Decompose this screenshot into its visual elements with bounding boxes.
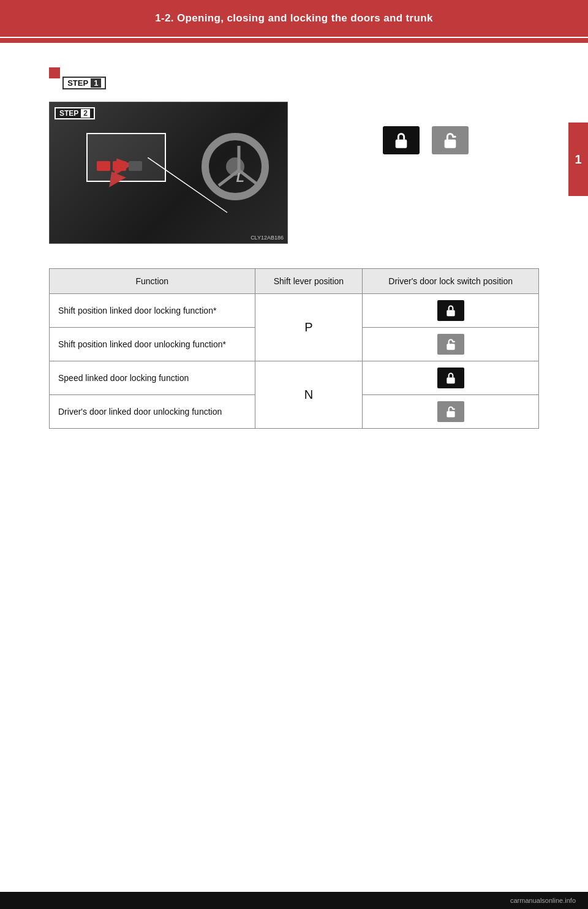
table-locked-icon2 (437, 368, 464, 388)
content-row: STEP 2 (49, 102, 539, 244)
svg-rect-1 (113, 161, 126, 171)
shift-cell-p: P (255, 294, 363, 361)
lock-icon-cell (363, 361, 539, 395)
table-unlocked-icon-svg (445, 338, 457, 350)
bottom-bar: carmanualsonline.info (0, 892, 588, 909)
table-locked-icon2-svg (445, 372, 457, 384)
dashboard-sim: L (74, 121, 281, 243)
table-locked-icon (437, 300, 464, 321)
lock-icons-row (383, 126, 469, 154)
brand-logo: L (236, 170, 244, 186)
lock-icon-cell (363, 395, 539, 429)
page-title: 1-2. Opening, closing and locking the do… (155, 12, 432, 25)
main-content: STEP 1 STEP 2 (0, 43, 588, 453)
section-bullet (49, 67, 60, 78)
table-unlocked-icon (437, 334, 464, 355)
step1-badge: STEP 1 (62, 77, 106, 89)
lock-icon-cell (363, 294, 539, 328)
locked-icon-box (383, 126, 420, 154)
table-locked-icon-svg (445, 304, 457, 317)
table-section: Function Shift lever position Driver's d… (49, 268, 539, 429)
image-caption: CLY12AB186 (251, 235, 284, 241)
lock-icon-cell (363, 328, 539, 361)
unlocked-icon (442, 132, 459, 149)
function-cell: Speed linked door locking function (50, 361, 255, 395)
col2-header: Shift lever position (255, 269, 363, 294)
table-unlocked-icon2-svg (445, 405, 457, 418)
locked-icon (393, 132, 410, 149)
header-bar: 1-2. Opening, closing and locking the do… (0, 0, 588, 37)
unlocked-icon-box (432, 126, 469, 154)
svg-rect-8 (445, 140, 456, 148)
svg-rect-2 (129, 161, 142, 171)
function-cell: Shift position linked door locking funct… (50, 294, 255, 328)
door-locking-table: Function Shift lever position Driver's d… (49, 268, 539, 429)
svg-rect-14 (447, 411, 454, 417)
col1-header: Function (50, 269, 255, 294)
function-cell: Shift position linked door unlocking fun… (50, 328, 255, 361)
svg-rect-10 (447, 310, 454, 316)
svg-rect-0 (97, 161, 110, 171)
col3-header: Driver's door lock switch position (363, 269, 539, 294)
table-unlocked-icon2 (437, 401, 464, 422)
car-image-box: STEP 2 (49, 102, 288, 244)
svg-rect-7 (396, 140, 407, 148)
watermark: carmanualsonline.info (510, 897, 576, 904)
svg-rect-11 (447, 344, 454, 350)
table-row: Shift position linked door locking funct… (50, 294, 539, 328)
lock-icons-section (312, 102, 539, 154)
svg-rect-13 (447, 377, 454, 383)
steering-wheel (202, 133, 269, 200)
table-row: Speed linked door locking function N (50, 361, 539, 395)
step2-badge: STEP 2 (55, 107, 95, 119)
car-image: STEP 2 (50, 102, 287, 243)
function-cell: Driver's door linked door unlocking func… (50, 395, 255, 429)
switch-svg (97, 156, 146, 175)
shift-cell-n: N (255, 361, 363, 429)
red-accent-line (0, 38, 588, 43)
